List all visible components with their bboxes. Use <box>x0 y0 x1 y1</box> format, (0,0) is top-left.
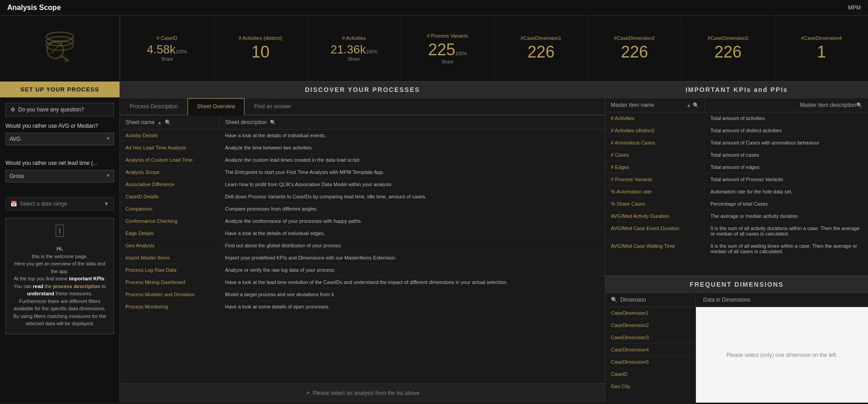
table-row[interactable]: Process Mining Dashboard Have a look at … <box>120 276 605 289</box>
calendar-icon: 📅 <box>10 201 17 207</box>
kpi-table-row[interactable]: AVG/Med Case Waiting Time It is the sum … <box>605 240 868 258</box>
table-row[interactable]: Associative Difference Learn how to prof… <box>120 178 605 191</box>
freq-dim-item-1[interactable]: CaseDimension2 <box>605 319 695 332</box>
kpi-card-label-1: # Activities (distinct) <box>239 35 283 41</box>
kpi-table-row[interactable]: # Activities Total amount of activities <box>605 112 868 125</box>
sheet-name-cell-1[interactable]: Ad Hoc Lead Time Analysis <box>120 142 220 154</box>
kpi-card-sub2-2: Share <box>348 57 360 62</box>
sheet-desc-label: Sheet description <box>225 119 267 125</box>
center-title: DISCOVER YOUR PROCESSES <box>305 86 420 93</box>
kpi-desc-search-icon[interactable]: 🔍 <box>856 102 863 108</box>
kpi-title: IMPORTANT KPIs and PPIs <box>686 86 788 93</box>
freq-dim-item-5[interactable]: CaseID <box>605 368 695 380</box>
tab-1[interactable]: Sheet Overview <box>187 98 245 115</box>
kpi-table-row[interactable]: # Edges Total amount of edges <box>605 161 868 173</box>
leadtime-select[interactable]: Gross Net <box>5 170 114 183</box>
kpi-card-2[interactable]: # Activities 21.36k100% Share <box>307 16 401 82</box>
kpi-table-row[interactable]: # Cases Total amount of cases <box>605 149 868 161</box>
kpi-table-row[interactable]: # Activities (distinct) Total amount of … <box>605 125 868 137</box>
kpi-table-row[interactable]: AVG/Med Activity Duration The average or… <box>605 210 868 222</box>
search-icon[interactable]: 🔍 <box>165 120 171 125</box>
kpi-card-value-6: 226 <box>715 43 742 62</box>
kpi-table-row[interactable]: % Share Cases Percentage of total Cases <box>605 198 868 210</box>
kpi-card-5[interactable]: #CaseDimension2 226 <box>588 16 681 82</box>
question-btn-label: Do you have any question? <box>18 106 84 113</box>
kpi-table-row[interactable]: AVG/Med Case Event Duration It is the su… <box>605 222 868 240</box>
table-row[interactable]: Analysis Scope The Entrypoint to start y… <box>120 166 605 178</box>
freq-dim-item-3[interactable]: CaseDimension4 <box>605 344 695 356</box>
kpi-name-cell-5: # Process Variants <box>605 173 705 185</box>
kpi-name-cell-6: % Automation rate <box>605 186 705 197</box>
kpi-col-name: Master item name ▲ 🔍 <box>605 98 705 112</box>
kpi-desc-cell-4: Total amount of edges <box>705 161 868 173</box>
info-process-desc-highlight: process description <box>53 284 101 289</box>
table-row[interactable]: Analysis of Custom Lead Time Analyze the… <box>120 154 605 166</box>
open-analysis-btn[interactable]: ↗ Please select an analysis from the lis… <box>305 390 419 396</box>
kpi-card-1[interactable]: # Activities (distinct) 10 <box>214 16 307 82</box>
table-row[interactable]: CaseID Details Drill down Process Varian… <box>120 191 605 203</box>
freq-dim-item-0[interactable]: CaseDimension1 <box>605 307 695 319</box>
tab-2[interactable]: Find an answer <box>245 98 301 115</box>
sheet-name-cell-9[interactable]: Geo Analysis <box>120 240 220 251</box>
sheet-list-container: Sheet name ▲ 🔍 Sheet description 🔍 Activ… <box>120 115 605 383</box>
sheet-name-cell-5[interactable]: CaseID Details <box>120 191 220 202</box>
freq-dim-item-2[interactable]: CaseDimension3 <box>605 332 695 344</box>
sheet-name-cell-4[interactable]: Associative Difference <box>120 178 220 190</box>
tab-0[interactable]: Process Description <box>120 98 187 115</box>
kpi-card-0[interactable]: # CaseID 4.58k100% Share <box>120 16 214 82</box>
sheet-desc-search-icon[interactable]: 🔍 <box>270 120 276 125</box>
kpi-name-cell-1: # Activities (distinct) <box>605 125 705 136</box>
freq-data-header: Data in Dimensions <box>696 293 868 307</box>
sheet-name-cell-13[interactable]: Process Modeler and Deviation <box>120 289 220 300</box>
avg-select[interactable]: AVG Median <box>5 133 114 145</box>
table-row[interactable]: Conformance Checking Analyze the conform… <box>120 215 605 227</box>
date-range-button[interactable]: 📅 Select a date range ▼ <box>5 197 114 211</box>
kpi-name-cell-2: # Anomalous Cases <box>605 137 705 149</box>
sheet-name-cell-6[interactable]: Comparison <box>120 203 220 215</box>
kpi-table-row[interactable]: % Automation rate Automation rate for th… <box>605 186 868 198</box>
kpi-desc-cell-6: Automation rate for the hole data set. <box>705 186 868 197</box>
table-row[interactable]: Activity Details Have a look at the deta… <box>120 130 605 142</box>
sheet-name-cell-11[interactable]: Process Log Raw Data <box>120 264 220 276</box>
table-row[interactable]: Geo Analysis Find out about the global d… <box>120 240 605 252</box>
kpi-card-3[interactable]: # Process Variants 225100% Share <box>401 16 494 82</box>
table-row[interactable]: Process Modeler and Deviation Model a ta… <box>120 289 605 301</box>
sheet-desc-cell-6: Compare processes from different angles. <box>220 203 605 215</box>
table-row[interactable]: Process Log Raw Data Analyze or verify t… <box>120 264 605 276</box>
table-row[interactable]: Ad Hoc Lead Time Analysis Analyze the ti… <box>120 142 605 154</box>
sheet-desc-cell-14: Have a look at some details of open proc… <box>220 301 605 313</box>
kpi-table-row[interactable]: # Process Variants Total amount of Proce… <box>605 173 868 186</box>
sheet-name-cell-14[interactable]: Process Monitoring <box>120 301 220 313</box>
freq-dim-item-4[interactable]: CaseDimension5 <box>605 356 695 368</box>
sheet-desc-cell-5: Drill down Process Variants to CaseIDs b… <box>220 191 605 202</box>
kpi-table-row[interactable]: # Anomalous Cases Total amount of Cases … <box>605 137 868 149</box>
kpi-card-4[interactable]: #CaseDimension1 226 <box>494 16 588 82</box>
table-row[interactable]: Edge Details Have a look at the details … <box>120 227 605 240</box>
sheet-name-cell-10[interactable]: Import Master Items <box>120 252 220 264</box>
kpi-cards: # CaseID 4.58k100% Share # Activities (d… <box>120 16 868 82</box>
sheet-name-cell-8[interactable]: Edge Details <box>120 227 220 239</box>
kpi-search-icon[interactable]: 🔍 <box>693 102 699 108</box>
svg-line-6 <box>51 43 62 54</box>
sheet-name-header: Sheet name ▲ 🔍 <box>120 115 220 129</box>
avg-question: Would you rather use AVG or Median? <box>5 123 114 129</box>
sort-icon: ▲ <box>158 120 162 125</box>
sheet-name-cell-7[interactable]: Conformance Checking <box>120 215 220 227</box>
sheet-name-cell-12[interactable]: Process Mining Dashboard <box>120 276 220 288</box>
kpi-card-value-4: 226 <box>528 43 555 62</box>
kpi-card-7[interactable]: #CaseDimension4 1 <box>775 16 868 82</box>
sheet-desc-cell-1: Analyze the time between two activities. <box>220 142 605 154</box>
sheet-name-cell-2[interactable]: Analysis of Custom Lead Time <box>120 154 220 166</box>
app-header: Analysis Scope MPM <box>0 0 868 16</box>
freq-dim-item-6[interactable]: Geo City <box>605 380 695 393</box>
table-row[interactable]: Import Master Items Import your predefin… <box>120 252 605 264</box>
info-line3: At the top you find some important KPIs. <box>14 276 106 281</box>
table-row[interactable]: Comparison Compare processes from differ… <box>120 203 605 215</box>
sheet-name-cell-3[interactable]: Analysis Scope <box>120 166 220 178</box>
kpi-card-6[interactable]: #CaseDimension3 226 <box>681 16 775 82</box>
kpi-section: IMPORTANT KPIs and PPIs Master item name… <box>605 82 868 276</box>
table-row[interactable]: Process Monitoring Have a look at some d… <box>120 301 605 313</box>
sheet-name-cell-0[interactable]: Activity Details <box>120 130 220 141</box>
question-button[interactable]: ⚙ Do you have any question? <box>5 103 114 116</box>
kpi-desc-label: Master item description <box>800 102 856 108</box>
